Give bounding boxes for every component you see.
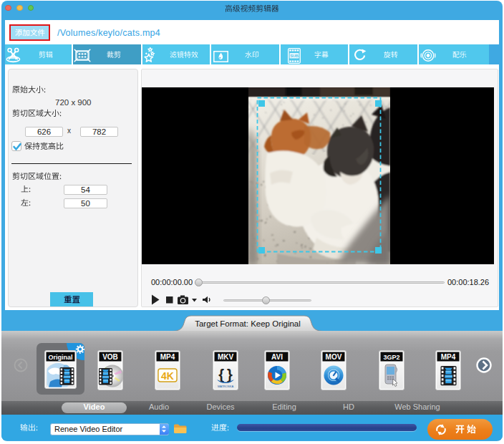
svg-text:Original: Original	[48, 354, 72, 361]
svg-text:MOV: MOV	[326, 353, 342, 361]
svg-text:SUB: SUB	[290, 53, 299, 57]
svg-text:MATROSKA: MATROSKA	[218, 385, 233, 388]
svg-text:MP4: MP4	[160, 353, 175, 361]
svg-text:4K: 4K	[161, 370, 174, 382]
svg-text:MP4: MP4	[441, 353, 456, 361]
svg-text:VOB: VOB	[102, 353, 118, 361]
svg-text:3GP2: 3GP2	[383, 354, 399, 361]
svg-text:AVI: AVI	[271, 353, 283, 361]
svg-text:MKV: MKV	[218, 353, 234, 361]
svg-text:{ }: { }	[218, 367, 233, 382]
